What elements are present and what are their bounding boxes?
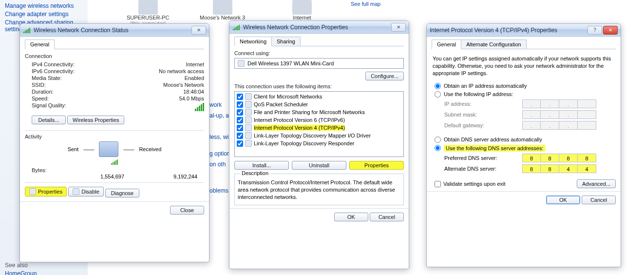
item-checkbox[interactable] bbox=[237, 140, 243, 147]
computer-icon bbox=[138, 0, 158, 15]
description-text: Transmission Control Protocol/Internet P… bbox=[238, 179, 400, 201]
speed-value: 54.0 Mbps bbox=[179, 96, 204, 101]
duration-value: 18:48:04 bbox=[183, 89, 204, 95]
props-titlebar[interactable]: Wireless Network Connection Properties ✕ bbox=[229, 21, 409, 34]
globe-icon bbox=[292, 0, 312, 15]
item-checkbox[interactable] bbox=[237, 125, 243, 131]
cancel-button[interactable]: Cancel bbox=[582, 196, 616, 204]
item-checkbox[interactable] bbox=[237, 109, 243, 116]
tab-general[interactable]: General bbox=[25, 39, 55, 49]
network-item[interactable]: File and Printer Sharing for Microsoft N… bbox=[236, 108, 402, 116]
ok-button[interactable]: OK bbox=[546, 196, 580, 204]
close-button[interactable]: Close bbox=[170, 206, 204, 215]
signal-label: Signal Quality: bbox=[32, 102, 195, 112]
validate-checkbox[interactable] bbox=[435, 181, 441, 187]
description-label: Description bbox=[240, 170, 270, 176]
use-ip-label: Use the following IP address: bbox=[444, 91, 513, 97]
protocol-icon bbox=[245, 117, 252, 123]
item-label: QoS Packet Scheduler bbox=[254, 101, 308, 107]
network-map-pc: SUPERUSER-PC bbox=[127, 15, 169, 20]
status-titlebar[interactable]: Wireless Network Connection Status ✕ bbox=[20, 24, 209, 37]
signal-icon bbox=[232, 23, 240, 31]
properties-button[interactable]: Properties bbox=[25, 187, 67, 196]
item-label: Internet Protocol Version 4 (TCP/IPv4) bbox=[254, 125, 345, 131]
advanced-button[interactable]: Advanced... bbox=[577, 179, 616, 188]
ipv4-titlebar[interactable]: Internet Protocol Version 4 (TCP/IPv4) P… bbox=[427, 24, 621, 37]
ipv4-blurb: You can get IP settings assigned automat… bbox=[432, 53, 616, 82]
connect-using-label: Connect using: bbox=[234, 50, 404, 56]
link-manage-wireless[interactable]: Manage wireless networks bbox=[5, 2, 83, 9]
obtain-ip-label: Obtain an IP address automatically bbox=[444, 83, 527, 89]
item-checkbox[interactable] bbox=[237, 133, 243, 139]
ipv4-properties-window: Internet Protocol Version 4 (TCP/IPv4) P… bbox=[426, 23, 621, 267]
obtain-ip-radio[interactable] bbox=[435, 83, 441, 89]
network-items-list[interactable]: Client for Microsoft NetworksQoS Packet … bbox=[234, 91, 404, 157]
wireless-properties-button[interactable]: Wireless Properties bbox=[67, 116, 124, 124]
see-full-map-link[interactable]: See full map bbox=[351, 1, 380, 7]
network-item[interactable]: Client for Microsoft Networks bbox=[236, 93, 402, 100]
alternate-dns-field[interactable]: 8844 bbox=[522, 164, 596, 173]
network-item[interactable]: Link-Layer Topology Discovery Responder bbox=[236, 139, 402, 147]
tab-networking[interactable]: Networking bbox=[234, 37, 272, 46]
duration-label: Duration: bbox=[32, 89, 183, 95]
ip-address-field: ... bbox=[522, 99, 596, 108]
connection-label: Connection bbox=[25, 53, 204, 59]
protocol-icon bbox=[245, 132, 252, 139]
network-item[interactable]: Internet Protocol Version 4 (TCP/IPv4) bbox=[236, 124, 402, 132]
install-button[interactable]: Install... bbox=[234, 161, 289, 170]
ssid-value: Moose's Network bbox=[163, 82, 204, 88]
gateway-field: ... bbox=[522, 121, 596, 130]
obtain-dns-radio[interactable] bbox=[435, 137, 441, 143]
item-label: File and Printer Sharing for Microsoft N… bbox=[254, 109, 365, 115]
protocol-icon bbox=[245, 101, 252, 108]
disable-icon bbox=[73, 188, 79, 195]
help-icon[interactable]: ? bbox=[587, 26, 602, 35]
diagnose-button[interactable]: Diagnose bbox=[105, 189, 139, 197]
adapter-field[interactable]: Dell Wireless 1397 WLAN Mini-Card bbox=[234, 58, 404, 69]
cancel-button[interactable]: Cancel bbox=[370, 213, 404, 221]
configure-button[interactable]: Configure... bbox=[365, 72, 404, 80]
tab-sharing[interactable]: Sharing bbox=[271, 37, 301, 46]
ipv6-value: No network access bbox=[159, 68, 204, 74]
item-label: Link-Layer Topology Discovery Responder bbox=[254, 140, 354, 146]
item-checkbox[interactable] bbox=[237, 94, 243, 100]
close-icon[interactable]: ✕ bbox=[603, 26, 618, 35]
activity-signal-icon bbox=[111, 159, 118, 165]
item-checkbox[interactable] bbox=[237, 117, 243, 123]
network-item[interactable]: QoS Packet Scheduler bbox=[236, 100, 402, 108]
network-map-internet: Internet bbox=[292, 15, 312, 20]
use-dns-label: Use the following DNS server addresses: bbox=[444, 145, 546, 152]
bytes-recv: 9,192,244 bbox=[153, 174, 197, 179]
ipv6-label: IPv6 Connectivity: bbox=[32, 68, 159, 74]
network-item[interactable]: Link-Layer Topology Discovery Mapper I/O… bbox=[236, 132, 402, 139]
tab-alternate[interactable]: Alternate Configuration bbox=[461, 39, 527, 49]
link-change-adapter[interactable]: Change adapter settings bbox=[5, 11, 83, 18]
item-properties-button[interactable]: Properties bbox=[349, 161, 404, 170]
ok-button[interactable]: OK bbox=[334, 213, 368, 221]
uninstall-button[interactable]: Uninstall bbox=[292, 161, 346, 170]
preferred-dns-field[interactable]: 8888 bbox=[522, 154, 596, 162]
preferred-dns-label: Preferred DNS server: bbox=[444, 155, 522, 161]
ipv4-title: Internet Protocol Version 4 (TCP/IPv4) P… bbox=[430, 27, 587, 34]
close-icon[interactable]: ✕ bbox=[391, 23, 406, 32]
media-value: Enabled bbox=[185, 75, 204, 81]
shield-icon bbox=[29, 188, 36, 195]
sent-label: Sent bbox=[68, 146, 79, 152]
use-ip-radio[interactable] bbox=[435, 91, 441, 98]
see-also-label: See also bbox=[5, 262, 83, 269]
disable-button[interactable]: Disable bbox=[68, 187, 104, 196]
speed-label: Speed: bbox=[32, 96, 179, 101]
item-checkbox[interactable] bbox=[237, 101, 243, 108]
adapter-name: Dell Wireless 1397 WLAN Mini-Card bbox=[247, 60, 334, 66]
protocol-icon bbox=[245, 140, 252, 147]
validate-label: Validate settings upon exit bbox=[443, 181, 506, 187]
item-label: Link-Layer Topology Discovery Mapper I/O… bbox=[254, 133, 371, 138]
ipv4-value: Internet bbox=[186, 61, 204, 67]
details-button[interactable]: Details... bbox=[32, 116, 66, 124]
adapter-icon bbox=[238, 60, 245, 67]
close-icon[interactable]: ✕ bbox=[191, 26, 206, 35]
link-homegroup[interactable]: HomeGroup bbox=[5, 270, 83, 275]
network-item[interactable]: Internet Protocol Version 6 (TCP/IPv6) bbox=[236, 116, 402, 124]
tab-general[interactable]: General bbox=[432, 39, 461, 49]
use-dns-radio[interactable] bbox=[435, 145, 441, 151]
